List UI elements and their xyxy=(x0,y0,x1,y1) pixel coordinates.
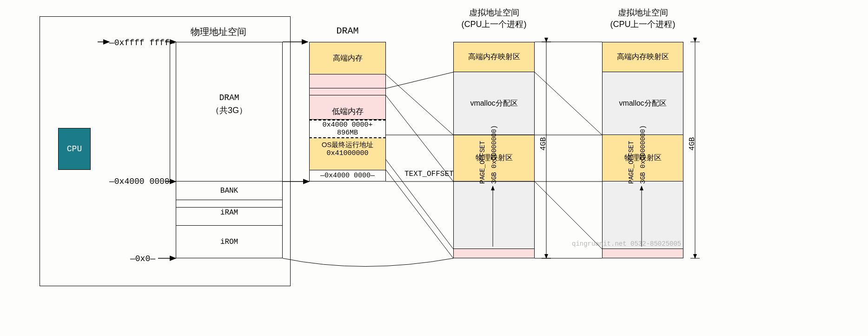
svg-line-13 xyxy=(386,170,453,258)
dram-gap2 xyxy=(309,88,386,95)
dram-osaddr: OS最终运行地址 0x41000000 xyxy=(309,138,386,160)
svg-line-10 xyxy=(386,72,453,88)
vas2-user xyxy=(602,181,683,249)
vas2-highmap: 高端内存映射区 xyxy=(602,42,683,72)
vas2-4gb: 4GB xyxy=(688,137,696,151)
dram-base: —0x4000 0000— xyxy=(309,170,386,181)
vas2-title: 虚拟地址空间 xyxy=(602,7,683,18)
phys-bank: BANK xyxy=(176,181,283,200)
svg-line-11 xyxy=(386,95,453,181)
cpu-label: CPU xyxy=(67,144,82,154)
vas1-user xyxy=(453,181,535,249)
svg-line-16 xyxy=(535,181,602,249)
addr-mid: —0x4000 0000— xyxy=(109,177,174,186)
phys-iram: iRAM xyxy=(176,200,283,226)
vas1-pageoffset: PAGE_OFFSET xyxy=(479,141,486,184)
dram-title: DRAM xyxy=(309,26,386,36)
vas2-sub: (CPU上一个进程) xyxy=(602,19,683,30)
addr-bot: —0x0— xyxy=(130,254,155,263)
vas1-pageoffset-val: 3GB 0xC0000000) xyxy=(490,125,498,184)
phys-divider-1 xyxy=(176,207,283,208)
vas1-title: 虚拟地址空间 xyxy=(453,7,535,18)
dram-896: 0x4000 0000+ 896MB xyxy=(309,120,386,138)
watermark: qingruanit.net 0532-85025005 xyxy=(572,240,681,248)
phys-irom: iROM xyxy=(176,226,283,258)
vas1-sub: (CPU上一个进程) xyxy=(453,19,535,30)
phys-title: 物理地址空间 xyxy=(172,26,265,38)
addr-top: —0xffff ffff— xyxy=(109,38,174,47)
vas1-4gb: 4GB xyxy=(539,137,548,151)
vas2-pink xyxy=(602,249,683,258)
vas2-pageoffset-val: 3GB 0xC0000000) xyxy=(639,125,647,184)
vas1-pink xyxy=(453,249,535,258)
svg-line-9 xyxy=(386,74,453,135)
dram-highmem: 高端内存 xyxy=(309,42,386,74)
dram-lowmem-label: 低端内存 xyxy=(309,106,386,117)
vas2-pageoffset: PAGE_OFFSET xyxy=(628,141,635,184)
phys-dram-size: （共3G） xyxy=(176,105,283,116)
phys-tick-col xyxy=(170,42,176,181)
dram-sliver xyxy=(309,160,386,170)
vas1-highmap: 高端内存映射区 xyxy=(453,42,535,72)
phys-dram-label: DRAM xyxy=(176,93,283,102)
svg-line-15 xyxy=(535,72,602,135)
dram-gap1 xyxy=(309,74,386,88)
cpu-box: CPU xyxy=(58,128,91,170)
